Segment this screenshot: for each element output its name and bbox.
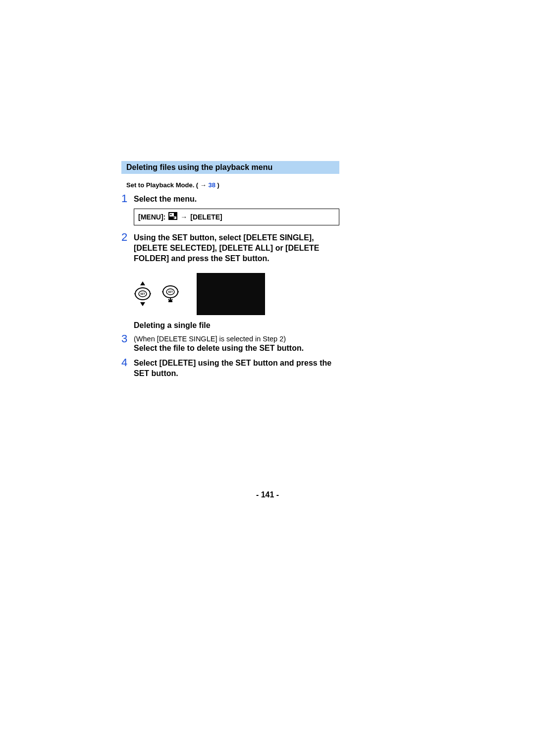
step-number: 4 [121, 357, 134, 369]
svg-rect-3 [174, 217, 175, 218]
step-number: 3 [121, 333, 134, 345]
set-button-press-icon: SET [161, 284, 179, 304]
section-header: Deleting files using the playback menu [121, 161, 339, 174]
page-number: - 141 - [0, 490, 535, 499]
step-4: 4 Select [DELETE] using the SET button a… [121, 357, 339, 379]
svg-point-8 [150, 293, 151, 294]
svg-point-12 [162, 291, 163, 292]
screen-preview-placeholder [197, 273, 265, 315]
menu-path-box: [MENU]: → [DELETE] [134, 209, 339, 225]
manual-page: Deleting files using the playback menu S… [121, 161, 339, 382]
menu-label: [MENU]: [138, 213, 165, 221]
step-text: Select the menu. [134, 194, 339, 205]
precondition-line: Set to Playback Mode. ( → 38 ) [126, 181, 339, 189]
arrow-icon: → [200, 181, 209, 189]
set-button-vertical-icon: SET [134, 280, 152, 307]
page-ref-link[interactable]: 38 [208, 181, 215, 189]
precondition-text: Set to Playback Mode. ( [126, 181, 198, 189]
svg-rect-2 [174, 216, 176, 219]
illustration-row: SET SET [134, 273, 339, 315]
step-2: 2 Using the SET button, select [DELETE S… [121, 231, 339, 264]
step-number: 2 [121, 231, 134, 243]
arrow-icon: → [180, 213, 187, 221]
playback-tab-icon [168, 212, 177, 222]
step-1: 1 Select the menu. [121, 193, 339, 205]
svg-rect-14 [168, 301, 172, 302]
svg-rect-1 [169, 213, 174, 216]
step-3: 3 (When [DELETE SINGLE] is selected in S… [121, 333, 339, 354]
svg-point-7 [134, 293, 135, 294]
subheading: Deleting a single file [134, 321, 339, 330]
step-text: Select the file to delete using the SET … [134, 343, 339, 354]
svg-text:SET: SET [140, 292, 145, 295]
menu-item: [DELETE] [190, 213, 222, 221]
step-note: (When [DELETE SINGLE] is selected in Ste… [134, 334, 339, 344]
step-text: Using the SET button, select [DELETE SIN… [134, 233, 339, 264]
close-paren: ) [217, 181, 219, 189]
svg-point-13 [178, 291, 179, 292]
step-text: Select [DELETE] using the SET button and… [134, 358, 339, 379]
svg-text:SET: SET [168, 290, 173, 293]
step-number: 1 [121, 193, 134, 205]
